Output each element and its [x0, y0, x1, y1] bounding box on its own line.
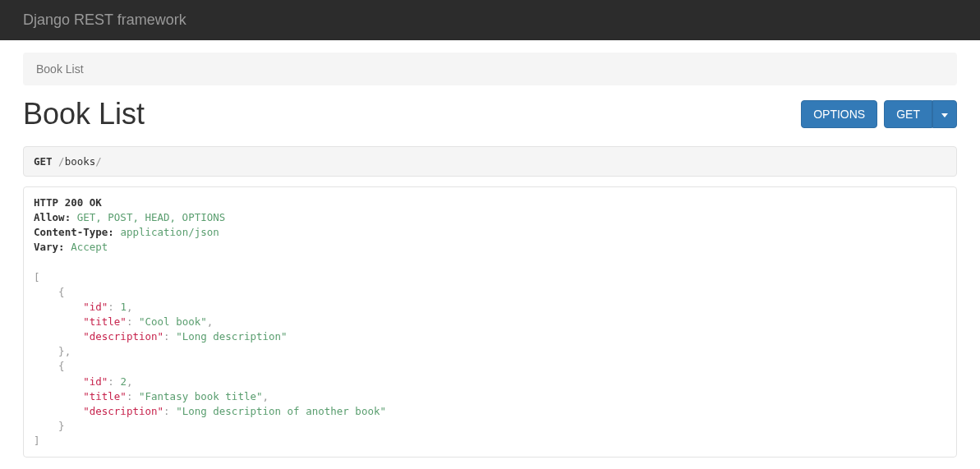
json-value: "Long description": [176, 330, 287, 343]
caret-down-icon: [941, 113, 948, 117]
request-method: GET: [34, 155, 53, 168]
response-panel: HTTP 200 OK Allow: GET, POST, HEAD, OPTI…: [23, 186, 957, 458]
response-header-name: Allow:: [34, 211, 71, 223]
response-header-value: Accept: [71, 241, 108, 253]
json-brace: }: [58, 420, 65, 432]
json-bracket: ]: [34, 435, 40, 447]
json-value: 1: [120, 301, 127, 313]
response-status: HTTP 200 OK: [34, 196, 102, 209]
response-header-value: application/json: [120, 226, 219, 238]
page-header: Book List OPTIONS GET: [23, 97, 957, 131]
json-key: "title": [83, 315, 127, 328]
response-header-value: GET, POST, HEAD, OPTIONS: [77, 211, 226, 223]
json-brace: }: [58, 345, 65, 357]
navbar: Django REST framework: [0, 0, 980, 40]
get-button-split: GET: [884, 100, 957, 128]
json-key: "description": [83, 330, 163, 343]
breadcrumb-current: Book List: [36, 62, 84, 76]
get-dropdown-toggle[interactable]: [932, 100, 957, 128]
options-button[interactable]: OPTIONS: [801, 100, 877, 128]
get-button[interactable]: GET: [884, 100, 932, 128]
json-value: "Fantasy book title": [139, 390, 263, 402]
navbar-brand[interactable]: Django REST framework: [23, 11, 186, 29]
json-key: "title": [83, 390, 127, 402]
json-key: "id": [83, 375, 108, 388]
json-brace: {: [58, 286, 65, 298]
json-brace: {: [58, 360, 65, 372]
page-title: Book List: [23, 97, 145, 131]
request-info: GET /books/: [23, 146, 957, 177]
request-path-segment: books: [65, 155, 96, 168]
json-key: "description": [83, 405, 163, 417]
breadcrumb: Book List: [23, 53, 957, 85]
response-header-name: Vary:: [34, 241, 65, 253]
path-separator: /: [95, 155, 102, 168]
json-value: 2: [120, 375, 127, 388]
json-value: "Cool book": [139, 315, 207, 328]
button-group: OPTIONS GET: [801, 100, 957, 128]
json-bracket: [: [34, 271, 40, 283]
response-header-name: Content-Type:: [34, 226, 114, 238]
json-key: "id": [83, 301, 108, 313]
path-separator: /: [58, 155, 65, 168]
json-value: "Long description of another book": [176, 405, 386, 417]
